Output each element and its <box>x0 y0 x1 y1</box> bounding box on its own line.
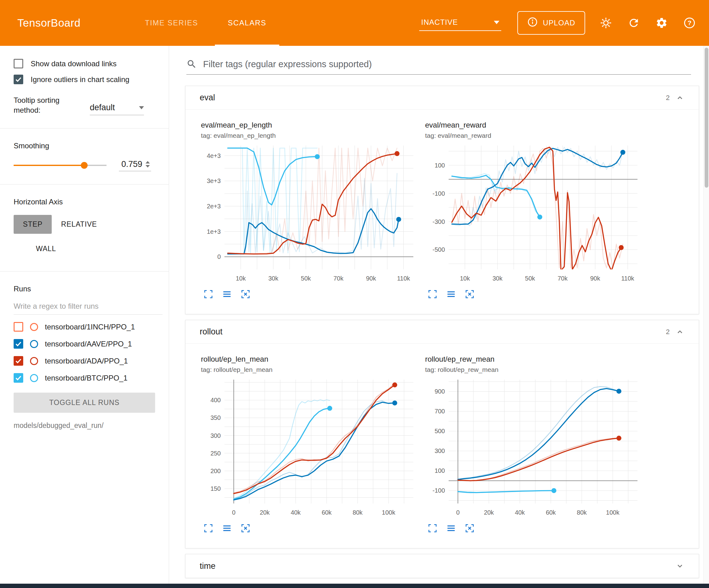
expand-chart-icon[interactable] <box>203 523 213 533</box>
data-status-dropdown[interactable]: INACTIVE <box>419 15 501 31</box>
svg-text:300: 300 <box>435 448 445 454</box>
run-color-swatch[interactable] <box>30 374 38 382</box>
search-icon <box>186 59 197 69</box>
svg-text:100: 100 <box>435 467 445 474</box>
fit-domain-icon[interactable] <box>241 523 251 533</box>
upload-label: UPLOAD <box>543 19 575 27</box>
axis-step-button[interactable]: STEP <box>14 215 52 234</box>
tab-scalars[interactable]: SCALARS <box>213 0 282 46</box>
run-color-swatch[interactable] <box>30 323 38 331</box>
horizontal-axis-label: Horizontal Axis <box>14 198 169 206</box>
run-row-ada[interactable]: tensorboard/ADA/PPO_1 <box>14 356 162 366</box>
settings-gear-icon[interactable] <box>655 16 669 30</box>
check-icon <box>15 374 22 382</box>
svg-text:30k: 30k <box>268 275 279 282</box>
runs-selector-icon[interactable] <box>222 523 232 533</box>
line-chart[interactable]: 020k40k60k80k100k-100100300500700900 <box>424 376 642 519</box>
tag-group-title: rollout <box>200 327 222 337</box>
collapse-chevron-up-icon[interactable] <box>675 327 685 337</box>
show-download-links-checkbox[interactable] <box>14 59 23 69</box>
svg-text:110k: 110k <box>397 275 410 282</box>
chart-toolbar <box>427 523 642 533</box>
expand-chart-icon[interactable] <box>203 289 213 299</box>
chevron-down-icon <box>139 106 144 109</box>
svg-text:90k: 90k <box>366 275 376 282</box>
ignore-outliers-checkbox-row[interactable]: Ignore outliers in chart scaling <box>14 75 162 84</box>
app-logo: TensorBoard <box>17 17 80 29</box>
slider-thumb[interactable] <box>81 162 88 169</box>
help-icon[interactable]: ? <box>682 16 697 30</box>
number-spinner[interactable] <box>146 161 150 168</box>
run-row-btc[interactable]: tensorboard/BTC/PPO_1 <box>14 373 162 383</box>
smoothing-value-input[interactable]: 0.759 <box>119 159 151 171</box>
expand-chart-icon[interactable] <box>427 289 438 299</box>
chart-count-badge: 2 <box>666 328 670 336</box>
run-checkbox[interactable] <box>14 356 23 366</box>
tensorboard-app: TensorBoard TIME SERIES SCALARS INACTIVE… <box>0 0 709 588</box>
fit-domain-icon[interactable] <box>241 289 251 299</box>
run-checkbox[interactable] <box>14 322 23 332</box>
tag-group-eval: eval 2 eval/mean_ep_length tag: eval/mea… <box>185 86 699 314</box>
smoothing-slider[interactable] <box>14 161 106 170</box>
tag-group-header-time[interactable]: time <box>185 554 699 578</box>
tag-group-header-eval[interactable]: eval 2 <box>185 86 699 110</box>
fit-domain-icon[interactable] <box>465 523 475 533</box>
chart-title: eval/mean_ep_length <box>201 121 418 129</box>
tooltip-sorting-dropdown[interactable]: default <box>90 103 144 115</box>
runs-selector-icon[interactable] <box>446 289 456 299</box>
scalar-chart-card: rollout/ep_len_mean tag: rollout/ep_len_… <box>200 355 418 533</box>
runs-selector-icon[interactable] <box>446 523 456 533</box>
settings-sidebar: Show data download links Ignore outliers… <box>0 46 169 588</box>
tag-filter-placeholder: Filter tags (regular expressions support… <box>203 59 372 69</box>
svg-text:30k: 30k <box>493 275 503 282</box>
axis-relative-button[interactable]: RELATIVE <box>52 215 106 234</box>
smoothing-value: 0.759 <box>121 159 142 169</box>
axis-wall-button[interactable]: WALL <box>27 239 65 258</box>
brightness-icon[interactable] <box>599 16 613 30</box>
bottom-edge-strip <box>0 584 709 588</box>
ignore-outliers-checkbox[interactable] <box>14 75 23 84</box>
tag-filter-input[interactable]: Filter tags (regular expressions support… <box>186 59 691 75</box>
runs-filter-input[interactable]: Write a regex to filter runs <box>14 302 162 314</box>
tab-time-series[interactable]: TIME SERIES <box>130 0 213 46</box>
expand-chart-icon[interactable] <box>427 523 438 533</box>
scrollbar-thumb[interactable] <box>705 48 708 188</box>
runs-selector-icon[interactable] <box>222 289 232 299</box>
run-checkbox[interactable] <box>14 339 23 349</box>
svg-text:10k: 10k <box>460 275 470 282</box>
chart-tag: tag: rollout/ep_len_mean <box>201 366 418 374</box>
line-chart[interactable]: 020k40k60k80k100k150200250300350400 <box>200 376 418 519</box>
runs-label: Runs <box>14 285 169 293</box>
tag-filter-row: Filter tags (regular expressions support… <box>169 46 709 75</box>
run-row-aave[interactable]: tensorboard/AAVE/PPO_1 <box>14 339 162 349</box>
run-color-swatch[interactable] <box>30 340 38 348</box>
scalar-chart-card: eval/mean_reward tag: eval/mean_reward 1… <box>424 121 642 299</box>
show-download-links-checkbox-row[interactable]: Show data download links <box>14 59 162 69</box>
smoothing-label: Smoothing <box>14 142 169 150</box>
run-checkbox[interactable] <box>14 373 23 383</box>
upload-button[interactable]: UPLOAD <box>517 11 585 35</box>
top-app-bar: TensorBoard TIME SERIES SCALARS INACTIVE… <box>0 0 709 46</box>
collapse-chevron-up-icon[interactable] <box>675 93 685 102</box>
spinner-up-icon[interactable] <box>146 161 150 163</box>
vertical-scrollbar[interactable] <box>703 46 709 584</box>
check-icon <box>15 340 22 348</box>
check-icon <box>15 76 22 83</box>
svg-text:100k: 100k <box>382 509 395 516</box>
spinner-down-icon[interactable] <box>146 165 150 168</box>
toggle-all-runs-button[interactable]: TOGGLE ALL RUNS <box>14 393 155 413</box>
line-chart[interactable]: 10k30k50k70k90k110k100-100-300-500 <box>424 142 642 285</box>
run-color-swatch[interactable] <box>30 357 38 365</box>
svg-text:1e+3: 1e+3 <box>207 228 221 235</box>
svg-text:100k: 100k <box>606 509 620 516</box>
line-chart[interactable]: 10k30k50k70k90k110k01e+32e+33e+34e+3 <box>200 142 418 285</box>
refresh-icon[interactable] <box>627 16 641 30</box>
svg-text:500: 500 <box>435 428 445 434</box>
collapse-chevron-down-icon[interactable] <box>675 561 685 571</box>
tag-group-header-rollout[interactable]: rollout 2 <box>185 320 699 344</box>
fit-domain-icon[interactable] <box>465 289 475 299</box>
run-row-1inch[interactable]: tensorboard/1INCH/PPO_1 <box>14 322 162 332</box>
topbar-actions: INACTIVE UPLOAD <box>419 0 709 46</box>
divider <box>0 184 169 184</box>
chart-toolbar <box>203 289 418 299</box>
